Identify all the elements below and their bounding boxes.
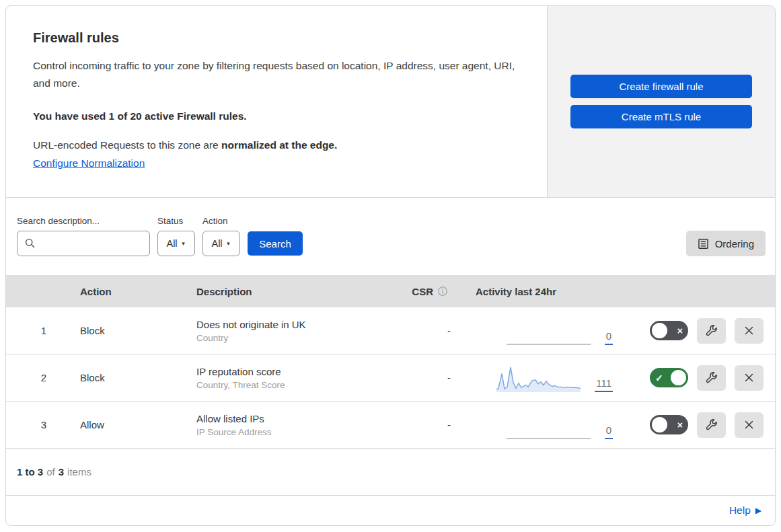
rule-priority: 2 bbox=[6, 372, 67, 383]
rule-description: Allow listed IPs bbox=[196, 413, 385, 424]
ordering-button[interactable]: Ordering bbox=[686, 231, 766, 256]
search-input-wrapper bbox=[17, 231, 150, 256]
header-section: Firewall rules Control incoming traffic … bbox=[6, 6, 775, 198]
rule-action: Allow bbox=[67, 419, 183, 430]
normalization-bold-text: normalized at the edge. bbox=[221, 139, 337, 151]
rule-activity-cell: 0 bbox=[466, 402, 617, 448]
rule-criteria: Country, Threat Score bbox=[196, 380, 385, 390]
close-icon bbox=[743, 325, 755, 336]
help-link-label: Help bbox=[729, 504, 751, 517]
rule-criteria: IP Source Address bbox=[196, 427, 385, 437]
firewall-rules-card: Firewall rules Control incoming traffic … bbox=[5, 5, 776, 526]
search-button[interactable]: Search bbox=[248, 231, 303, 256]
status-filter-group: Status All ▼ bbox=[157, 216, 195, 256]
ordering-list-icon bbox=[698, 238, 709, 250]
rule-action: Block bbox=[67, 325, 183, 336]
ordering-button-label: Ordering bbox=[715, 238, 754, 250]
toggle-knob bbox=[652, 323, 667, 338]
table-header: Action Description CSR Activity last 24h… bbox=[6, 275, 775, 307]
toggle-off-x-icon: × bbox=[677, 326, 683, 336]
search-icon bbox=[24, 237, 36, 250]
rule-activity-cell: 111 bbox=[466, 354, 617, 401]
rule-enabled-toggle[interactable]: ✓ bbox=[650, 368, 688, 387]
action-dropdown-value: All bbox=[211, 238, 222, 249]
status-dropdown-value: All bbox=[166, 238, 177, 249]
activity-sparkline bbox=[496, 365, 581, 392]
table-row: 3 Allow Allow listed IPs IP Source Addre… bbox=[6, 402, 775, 449]
page-description: Control incoming traffic to your zone by… bbox=[33, 57, 520, 92]
table-row: 2 Block IP reputation score Country, Thr… bbox=[6, 354, 775, 402]
close-icon bbox=[743, 372, 755, 383]
rule-priority: 1 bbox=[6, 325, 67, 336]
activity-sparkline-flat bbox=[507, 318, 591, 345]
rule-description-cell: IP reputation score Country, Threat Scor… bbox=[183, 366, 385, 390]
status-dropdown[interactable]: All ▼ bbox=[157, 231, 195, 256]
rule-action: Block bbox=[67, 372, 183, 383]
edit-rule-button[interactable] bbox=[697, 318, 726, 344]
rule-csr-value: - bbox=[385, 419, 466, 430]
csr-header-label: CSR bbox=[412, 286, 433, 297]
action-label: Action bbox=[202, 216, 240, 226]
rule-enabled-toggle[interactable]: × bbox=[650, 321, 688, 340]
delete-rule-button[interactable] bbox=[735, 318, 764, 344]
delete-rule-button[interactable] bbox=[735, 365, 764, 391]
rule-description-cell: Does not originate in UK Country bbox=[183, 319, 385, 343]
items-total: 3 bbox=[59, 466, 64, 478]
edit-rule-button[interactable] bbox=[697, 412, 726, 438]
help-link[interactable]: Help ▶ bbox=[729, 504, 761, 517]
help-arrow-icon: ▶ bbox=[755, 506, 761, 515]
pagination-summary: 1 to 3 of 3 items bbox=[6, 449, 775, 496]
wrench-icon bbox=[705, 324, 718, 337]
toggle-on-check-icon: ✓ bbox=[655, 373, 663, 383]
usage-note: You have used 1 of 20 active Firewall ru… bbox=[33, 110, 520, 122]
search-group: Search description... bbox=[17, 216, 150, 256]
header-text-area: Firewall rules Control incoming traffic … bbox=[6, 6, 547, 197]
rule-controls: ✓ bbox=[617, 354, 775, 401]
of-text: of bbox=[46, 466, 55, 478]
activity-sparkline-flat bbox=[507, 412, 591, 439]
configure-normalization-link[interactable]: Configure Normalization bbox=[33, 157, 145, 169]
column-header-csr: CSR bbox=[385, 286, 466, 297]
action-dropdown[interactable]: All ▼ bbox=[202, 231, 240, 256]
wrench-icon bbox=[705, 371, 718, 384]
normalization-text: URL-encoded Requests to this zone are bbox=[33, 139, 221, 151]
rule-priority: 3 bbox=[6, 419, 67, 430]
column-header-activity: Activity last 24hr bbox=[466, 286, 617, 297]
action-filter-group: Action All ▼ bbox=[202, 216, 240, 256]
search-label: Search description... bbox=[17, 216, 150, 226]
filter-bar: Search description... Status All ▼ Actio… bbox=[6, 198, 775, 275]
create-mtls-rule-button[interactable]: Create mTLS rule bbox=[570, 105, 752, 128]
create-firewall-rule-button[interactable]: Create firewall rule bbox=[570, 75, 752, 98]
actions-panel: Create firewall rule Create mTLS rule bbox=[547, 6, 775, 197]
edit-rule-button[interactable] bbox=[697, 365, 726, 391]
rule-criteria: Country bbox=[196, 333, 385, 343]
toggle-knob bbox=[652, 417, 667, 432]
activity-count-link[interactable]: 111 bbox=[595, 377, 613, 392]
column-header-action: Action bbox=[67, 286, 183, 297]
table-row: 1 Block Does not originate in UK Country… bbox=[6, 307, 775, 354]
items-range: 1 to 3 bbox=[17, 466, 43, 478]
rule-enabled-toggle[interactable]: × bbox=[650, 415, 688, 434]
page-title: Firewall rules bbox=[33, 30, 520, 46]
close-icon bbox=[743, 419, 755, 430]
rule-csr-value: - bbox=[385, 372, 466, 383]
rule-controls: × bbox=[617, 402, 775, 448]
rule-description: IP reputation score bbox=[196, 366, 385, 377]
delete-rule-button[interactable] bbox=[735, 412, 764, 438]
toggle-off-x-icon: × bbox=[677, 420, 683, 430]
status-label: Status bbox=[157, 216, 195, 226]
info-icon[interactable] bbox=[437, 286, 448, 297]
rule-description-cell: Allow listed IPs IP Source Address bbox=[183, 413, 385, 437]
search-input[interactable] bbox=[40, 237, 143, 250]
toggle-knob bbox=[671, 370, 686, 385]
items-text: items bbox=[67, 466, 91, 478]
wrench-icon bbox=[705, 418, 718, 431]
rule-activity-cell: 0 bbox=[466, 307, 617, 354]
chevron-down-icon: ▼ bbox=[226, 241, 231, 247]
normalization-note: URL-encoded Requests to this zone are no… bbox=[33, 139, 520, 151]
rule-description: Does not originate in UK bbox=[196, 319, 385, 330]
activity-count-link[interactable]: 0 bbox=[605, 424, 613, 439]
activity-count-link[interactable]: 0 bbox=[605, 330, 613, 345]
column-header-description: Description bbox=[183, 286, 385, 297]
help-row: Help ▶ bbox=[6, 496, 775, 525]
